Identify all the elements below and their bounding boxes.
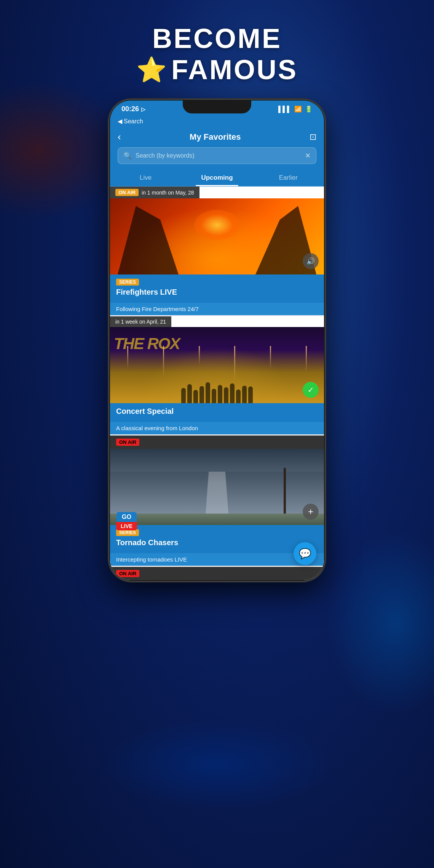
light-2 [163, 346, 164, 377]
on-air-label-3: ON AIR [116, 439, 139, 446]
sil-11 [242, 386, 247, 403]
on-air-label-4: ON AIR [116, 570, 139, 577]
program-info-3: SERIES Tornado Chasers GO LIVE [110, 525, 324, 553]
settings-icon[interactable]: ⊡ [310, 132, 316, 142]
search-input[interactable]: Search (by keywords) [136, 152, 305, 159]
program-title-3[interactable]: Tornado Chasers [116, 538, 318, 547]
add-button-3[interactable]: + [303, 504, 319, 520]
phone-wrapper: 00:26 ▷ ▌▌▌ 📶 🔋 ◀ Search ‹ My Favorites … [108, 99, 326, 582]
firefighters-thumb: 🔊 [110, 198, 324, 274]
concert-thumb: THE ROX [110, 327, 324, 403]
location-icon: ▷ [141, 106, 145, 112]
phone-screen: 00:26 ▷ ▌▌▌ 📶 🔋 ◀ Search ‹ My Favorites … [110, 101, 324, 580]
tab-live[interactable]: Live [110, 169, 181, 186]
program-title-2[interactable]: Concert Special [116, 407, 318, 416]
program-card-firefighters: ON AIR in 1 month on May, 28 🔊 SE [110, 187, 324, 315]
tab-upcoming[interactable]: Upcoming [181, 169, 252, 186]
tab-earlier[interactable]: Earlier [253, 169, 324, 186]
tornado-image [110, 449, 324, 525]
sil-2 [187, 384, 192, 403]
program-card-tornado: ON AIR + [110, 436, 324, 566]
page-title: My Favorites [190, 132, 241, 142]
check-button-2[interactable]: ✓ [303, 382, 319, 398]
back-search-label[interactable]: ◀ Search [118, 118, 143, 125]
title-row: ‹ My Favorites ⊡ [110, 129, 324, 147]
on-air-time-2: in 1 week on April, 21 [115, 319, 166, 325]
search-input-wrapper[interactable]: 🔍 Search (by keywords) ✕ [118, 147, 316, 164]
program-desc-2: A classical evening from London [110, 422, 324, 434]
wifi-icon: 📶 [294, 105, 302, 113]
sil-10 [236, 389, 241, 403]
battery-icon: 🔋 [305, 105, 313, 113]
phone-notch [183, 101, 251, 113]
power-pole [284, 468, 286, 514]
search-section: 🔍 Search (by keywords) ✕ [110, 147, 324, 169]
program-info-1: SERIES Firefighters LIVE [110, 274, 324, 303]
light-4 [234, 346, 235, 380]
tornado-thumb: + [110, 449, 324, 525]
program-desc-3: Intercepting tornadoes LIVE [110, 553, 324, 566]
program-desc-1: Following Fire Departments 24/7 [110, 303, 324, 315]
light-6 [306, 346, 307, 373]
sky [110, 449, 324, 472]
sil-6 [212, 389, 216, 403]
go-label: GO [116, 512, 137, 522]
series-badge-1: SERIES [116, 279, 139, 286]
sil-4 [199, 386, 204, 403]
sil-5 [206, 382, 210, 403]
nav-search-row: ◀ Search [110, 115, 324, 129]
live-label: LIVE [116, 522, 137, 530]
fire-effect [194, 210, 240, 240]
on-air-badge-4: ON AIR [110, 567, 324, 580]
search-icon: 🔍 [123, 152, 132, 160]
ground [110, 514, 324, 525]
hero-famous-text: FAMOUS [171, 54, 298, 85]
concert-image: THE ROX [110, 327, 324, 403]
light-1 [127, 346, 128, 369]
program-info-2: Concert Special [110, 403, 324, 422]
time-display: 00:26 [121, 105, 139, 113]
back-button[interactable]: ‹ [118, 131, 121, 143]
firefighters-image [110, 198, 324, 274]
on-air-label-1: ON AIR [115, 189, 139, 196]
firefighter-silhouette-left [118, 206, 179, 274]
hero-become-text: BECOME [0, 23, 434, 54]
on-air-badge-2: in 1 week on April, 21 [110, 316, 171, 327]
on-air-badge-1: ON AIR in 1 month on May, 28 [110, 187, 199, 198]
light-5 [270, 346, 271, 369]
hero-star-icon: ⭐ [136, 56, 167, 84]
on-air-badge-3: ON AIR [110, 436, 324, 449]
sil-12 [248, 386, 253, 403]
go-live-badge[interactable]: GO LIVE [116, 512, 137, 530]
stage-lights [110, 346, 324, 380]
tabs-row: Live Upcoming Earlier [110, 169, 324, 187]
sil-7 [218, 385, 222, 403]
program-title-1[interactable]: Firefighters LIVE [116, 288, 318, 297]
content-area: ON AIR in 1 month on May, 28 🔊 SE [110, 187, 324, 580]
search-clear-icon[interactable]: ✕ [305, 152, 311, 160]
sil-9 [230, 383, 235, 403]
signal-icon: ▌▌▌ [278, 106, 291, 113]
program-card-concert: in 1 week on April, 21 THE ROX [110, 316, 324, 434]
on-air-time-1: in 1 month on May, 28 [142, 190, 194, 196]
phone-frame: 00:26 ▷ ▌▌▌ 📶 🔋 ◀ Search ‹ My Favorites … [108, 99, 326, 582]
chat-icon: 💬 [299, 548, 311, 560]
audience-silhouettes [110, 377, 324, 403]
status-icons: ▌▌▌ 📶 🔋 [278, 105, 313, 113]
sil-1 [181, 388, 186, 403]
chat-fab-button[interactable]: 💬 [294, 542, 316, 565]
sil-3 [193, 390, 198, 403]
sil-8 [224, 387, 228, 403]
program-card-last: ON AIR [110, 567, 324, 580]
light-3 [199, 346, 200, 365]
status-time: 00:26 ▷ [121, 105, 145, 113]
volume-button-1[interactable]: 🔊 [303, 253, 319, 269]
hero-section: BECOME ⭐ FAMOUS [0, 23, 434, 85]
